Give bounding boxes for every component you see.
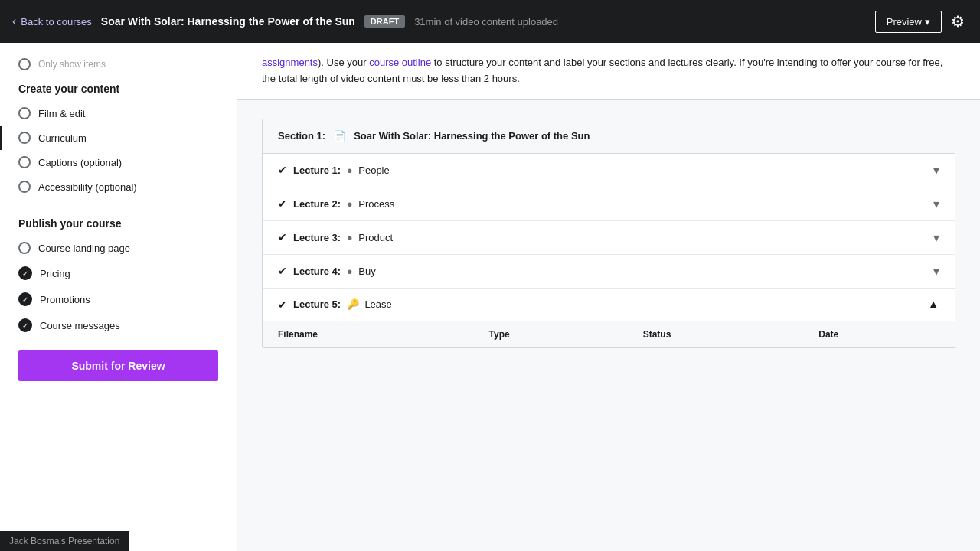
- sidebar-item-film-label: Film & edit: [38, 108, 85, 119]
- sidebar-item-promotions-label: Promotions: [40, 294, 90, 305]
- sidebar-item-curriculum-label: Curriculum: [38, 132, 87, 144]
- lecture-4-title: Buy: [358, 266, 375, 277]
- lecture-2-media-icon: ●: [347, 198, 353, 210]
- sidebar-item-pricing-label: Pricing: [40, 268, 70, 279]
- video-info: 31min of video content uploaded: [414, 16, 558, 28]
- sidebar-item-promotions[interactable]: ✓ Promotions: [0, 286, 237, 312]
- content-top-text: assignments). Use your course outline to…: [237, 43, 980, 100]
- sidebar-item-landing-label: Course landing page: [38, 243, 130, 254]
- back-to-courses-link[interactable]: ‹ Back to courses: [12, 15, 92, 28]
- course-title: Soar With Solar: Harnessing the Power of…: [101, 15, 355, 28]
- lecture-check-3: ✔: [278, 231, 287, 243]
- main-layout: Only show items Create your content Film…: [0, 43, 980, 551]
- gear-icon: ⚙: [951, 13, 965, 30]
- table-header-status: Status: [628, 321, 804, 347]
- check-promotions-icon: ✓: [18, 292, 32, 306]
- lecture-4-media-icon: ●: [347, 266, 353, 277]
- radio-curriculum-icon: [18, 132, 31, 144]
- section-label: Section 1:: [278, 130, 325, 142]
- lecture-3-title: Product: [358, 232, 393, 243]
- preview-chevron-icon: ▾: [925, 16, 930, 28]
- sidebar-section-publish-title: Publish your course: [0, 208, 237, 236]
- sidebar-item-film-edit[interactable]: Film & edit: [0, 101, 237, 126]
- lecture-row-1[interactable]: ✔ Lecture 1: ● People ▾: [263, 154, 955, 187]
- course-outline-link[interactable]: course outline: [369, 57, 431, 68]
- section-title: Soar With Solar: Harnessing the Power of…: [354, 130, 590, 142]
- lecture-name-2: Lecture 2: ● Process: [293, 198, 933, 210]
- lecture-2-expand-icon[interactable]: ▾: [933, 197, 939, 211]
- lecture-4-expand-icon[interactable]: ▾: [933, 264, 939, 279]
- top-bar: ‹ Back to courses Soar With Solar: Harne…: [0, 0, 980, 43]
- lecture-name-3: Lecture 3: ● Product: [293, 232, 933, 243]
- sidebar-item-captions-label: Captions (optional): [38, 157, 122, 168]
- radio-icon: [18, 58, 31, 70]
- lecture-name-5: Lecture 5: 🔑 Lease: [293, 298, 927, 310]
- sidebar-item-captions[interactable]: Captions (optional): [0, 150, 237, 174]
- radio-landing-icon: [18, 242, 31, 254]
- sidebar-item-curriculum[interactable]: Curriculum: [0, 126, 237, 150]
- submit-for-review-button[interactable]: Submit for Review: [18, 350, 218, 381]
- table-header-type: Type: [474, 321, 628, 347]
- preview-button[interactable]: Preview ▾: [875, 11, 942, 33]
- curriculum-section: Section 1: 📄 Soar With Solar: Harnessing…: [262, 119, 956, 348]
- sidebar-item-pricing[interactable]: ✓ Pricing: [0, 260, 237, 286]
- lecture-row-2[interactable]: ✔ Lecture 2: ● Process ▾: [263, 187, 955, 221]
- lecture-5-title: Lease: [364, 298, 391, 310]
- sidebar-item-incomplete[interactable]: Only show items: [0, 55, 237, 73]
- sidebar-section-create-title: Create your content: [0, 73, 237, 101]
- lecture-1-title: People: [358, 165, 389, 176]
- lecture-5-media-icon: 🔑: [347, 298, 359, 310]
- lecture-name-4: Lecture 4: ● Buy: [293, 266, 933, 277]
- lecture-row-5[interactable]: ✔ Lecture 5: 🔑 Lease ▲: [263, 289, 955, 321]
- sidebar-item-course-landing[interactable]: Course landing page: [0, 236, 237, 260]
- back-label: Back to courses: [21, 16, 92, 28]
- table-header-filename: Filename: [263, 321, 474, 347]
- sidebar-item-messages-label: Course messages: [40, 320, 120, 331]
- top-bar-right: Preview ▾ ⚙: [875, 9, 968, 34]
- assignments-link[interactable]: assignments: [262, 57, 318, 68]
- content-area: assignments). Use your course outline to…: [237, 43, 980, 551]
- sidebar-item-accessibility[interactable]: Accessibility (optional): [0, 174, 237, 199]
- section-header: Section 1: 📄 Soar With Solar: Harnessing…: [263, 119, 955, 154]
- lecture-row-4[interactable]: ✔ Lecture 4: ● Buy ▾: [263, 255, 955, 289]
- lecture-5-expand-icon[interactable]: ▲: [927, 298, 939, 311]
- table-header-date: Date: [803, 321, 955, 347]
- footer-label: Jack Bosma's Presentation: [9, 536, 119, 546]
- lecture-1-expand-icon[interactable]: ▾: [933, 163, 939, 178]
- back-arrow-icon: ‹: [12, 15, 16, 28]
- lecture-1-media-icon: ●: [347, 165, 353, 176]
- radio-film-icon: [18, 107, 31, 119]
- sidebar-item-course-messages[interactable]: ✓ Course messages: [0, 312, 237, 338]
- lecture-check-2: ✔: [278, 197, 287, 210]
- footer: Jack Bosma's Presentation: [0, 531, 129, 551]
- preview-label: Preview: [887, 16, 922, 28]
- lecture-check-4: ✔: [278, 265, 287, 277]
- lecture-row-3[interactable]: ✔ Lecture 3: ● Product ▾: [263, 221, 955, 255]
- sidebar: Only show items Create your content Film…: [0, 43, 237, 551]
- radio-accessibility-icon: [18, 181, 31, 193]
- draft-badge: DRAFT: [364, 15, 405, 28]
- lecture-2-title: Process: [358, 198, 394, 210]
- lecture-3-media-icon: ●: [347, 232, 353, 243]
- lecture-3-expand-icon[interactable]: ▾: [933, 230, 939, 245]
- lecture-check-1: ✔: [278, 164, 287, 176]
- sidebar-item-accessibility-label: Accessibility (optional): [38, 181, 137, 193]
- top-text-part1: ). Use your: [318, 57, 369, 68]
- check-messages-icon: ✓: [18, 318, 32, 332]
- lecture-check-5: ✔: [278, 298, 287, 311]
- settings-button[interactable]: ⚙: [948, 9, 968, 34]
- lecture-name-1: Lecture 1: ● People: [293, 165, 933, 176]
- check-pricing-icon: ✓: [18, 266, 32, 280]
- radio-captions-icon: [18, 156, 31, 168]
- section-doc-icon: 📄: [333, 130, 346, 142]
- table-header-row: Filename Type Status Date: [263, 321, 955, 347]
- sidebar-item-label: Only show items: [38, 59, 106, 70]
- lecture-5-table: Filename Type Status Date: [263, 321, 955, 347]
